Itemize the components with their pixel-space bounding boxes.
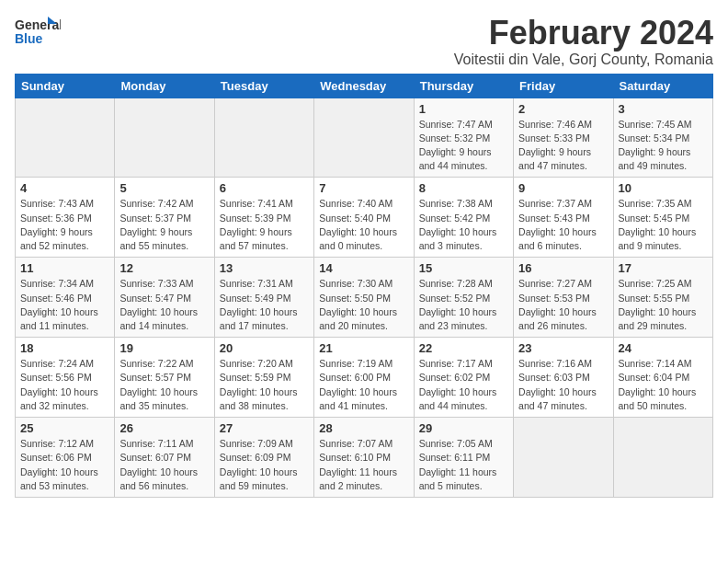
calendar-cell: 8Sunrise: 7:38 AM Sunset: 5:42 PM Daylig… [414, 178, 513, 258]
calendar-cell: 20Sunrise: 7:20 AM Sunset: 5:59 PM Dayli… [214, 338, 313, 418]
day-info: Sunrise: 7:34 AM Sunset: 5:46 PM Dayligh… [20, 277, 109, 333]
calendar-cell: 22Sunrise: 7:17 AM Sunset: 6:02 PM Dayli… [414, 338, 513, 418]
logo: GeneralBlue [15, 15, 61, 50]
day-number: 26 [119, 421, 209, 435]
weekday-header-wednesday: Wednesday [314, 74, 414, 98]
calendar-week-row: 18Sunrise: 7:24 AM Sunset: 5:56 PM Dayli… [16, 338, 713, 418]
weekday-header-monday: Monday [115, 74, 214, 98]
day-number: 24 [619, 341, 708, 355]
calendar-cell: 15Sunrise: 7:28 AM Sunset: 5:52 PM Dayli… [414, 258, 513, 338]
calendar-cell: 10Sunrise: 7:35 AM Sunset: 5:45 PM Dayli… [613, 178, 712, 258]
day-number: 1 [419, 102, 508, 116]
calendar-cell: 27Sunrise: 7:09 AM Sunset: 6:09 PM Dayli… [214, 418, 313, 498]
day-number: 27 [220, 421, 309, 435]
calendar-cell [613, 418, 712, 498]
day-number: 10 [619, 181, 708, 195]
day-number: 29 [419, 421, 508, 435]
day-info: Sunrise: 7:27 AM Sunset: 5:53 PM Dayligh… [518, 277, 608, 333]
day-info: Sunrise: 7:09 AM Sunset: 6:09 PM Dayligh… [220, 437, 309, 493]
title-area: February 2024 Voitestii din Vale, Gorj C… [454, 15, 713, 68]
calendar-cell: 1Sunrise: 7:47 AM Sunset: 5:32 PM Daylig… [414, 98, 513, 178]
day-info: Sunrise: 7:31 AM Sunset: 5:49 PM Dayligh… [220, 277, 309, 333]
day-info: Sunrise: 7:17 AM Sunset: 6:02 PM Dayligh… [419, 357, 508, 413]
calendar-week-row: 11Sunrise: 7:34 AM Sunset: 5:46 PM Dayli… [16, 258, 713, 338]
day-number: 12 [119, 261, 209, 275]
weekday-header-thursday: Thursday [414, 74, 513, 98]
logo-svg: GeneralBlue [15, 15, 61, 50]
day-info: Sunrise: 7:12 AM Sunset: 6:06 PM Dayligh… [20, 437, 109, 493]
day-number: 15 [419, 261, 508, 275]
calendar-cell [314, 98, 414, 178]
calendar-cell: 11Sunrise: 7:34 AM Sunset: 5:46 PM Dayli… [16, 258, 115, 338]
day-number: 17 [619, 261, 708, 275]
day-info: Sunrise: 7:45 AM Sunset: 5:34 PM Dayligh… [619, 118, 708, 174]
calendar-week-row: 4Sunrise: 7:43 AM Sunset: 5:36 PM Daylig… [16, 178, 713, 258]
day-number: 8 [419, 181, 508, 195]
month-title: February 2024 [454, 15, 713, 52]
day-number: 21 [319, 341, 408, 355]
day-info: Sunrise: 7:47 AM Sunset: 5:32 PM Dayligh… [419, 118, 508, 174]
calendar-cell [514, 418, 613, 498]
calendar-cell: 29Sunrise: 7:05 AM Sunset: 6:11 PM Dayli… [414, 418, 513, 498]
day-info: Sunrise: 7:24 AM Sunset: 5:56 PM Dayligh… [20, 357, 109, 413]
calendar-cell [16, 98, 115, 178]
calendar-cell: 4Sunrise: 7:43 AM Sunset: 5:36 PM Daylig… [16, 178, 115, 258]
calendar-cell: 16Sunrise: 7:27 AM Sunset: 5:53 PM Dayli… [514, 258, 613, 338]
day-info: Sunrise: 7:25 AM Sunset: 5:55 PM Dayligh… [619, 277, 708, 333]
day-number: 5 [119, 181, 209, 195]
day-info: Sunrise: 7:38 AM Sunset: 5:42 PM Dayligh… [419, 197, 508, 253]
day-number: 2 [518, 102, 608, 116]
day-number: 19 [119, 341, 209, 355]
day-number: 11 [20, 261, 109, 275]
calendar-cell: 2Sunrise: 7:46 AM Sunset: 5:33 PM Daylig… [514, 98, 613, 178]
day-number: 7 [319, 181, 408, 195]
location-title: Voitestii din Vale, Gorj County, Romania [454, 52, 713, 68]
day-number: 14 [319, 261, 408, 275]
calendar-cell: 12Sunrise: 7:33 AM Sunset: 5:47 PM Dayli… [115, 258, 214, 338]
day-info: Sunrise: 7:28 AM Sunset: 5:52 PM Dayligh… [419, 277, 508, 333]
calendar-cell: 17Sunrise: 7:25 AM Sunset: 5:55 PM Dayli… [613, 258, 712, 338]
weekday-header-friday: Friday [514, 74, 613, 98]
day-number: 22 [419, 341, 508, 355]
day-number: 25 [20, 421, 109, 435]
calendar-cell [214, 98, 313, 178]
day-info: Sunrise: 7:14 AM Sunset: 6:04 PM Dayligh… [619, 357, 708, 413]
day-number: 6 [220, 181, 309, 195]
weekday-header-row: SundayMondayTuesdayWednesdayThursdayFrid… [16, 74, 713, 98]
calendar-cell: 19Sunrise: 7:22 AM Sunset: 5:57 PM Dayli… [115, 338, 214, 418]
day-info: Sunrise: 7:16 AM Sunset: 6:03 PM Dayligh… [518, 357, 608, 413]
calendar-cell [115, 98, 214, 178]
day-info: Sunrise: 7:43 AM Sunset: 5:36 PM Dayligh… [20, 197, 109, 253]
calendar-cell: 28Sunrise: 7:07 AM Sunset: 6:10 PM Dayli… [314, 418, 414, 498]
calendar-cell: 26Sunrise: 7:11 AM Sunset: 6:07 PM Dayli… [115, 418, 214, 498]
calendar-week-row: 1Sunrise: 7:47 AM Sunset: 5:32 PM Daylig… [16, 98, 713, 178]
day-number: 20 [220, 341, 309, 355]
weekday-header-saturday: Saturday [613, 74, 712, 98]
calendar-week-row: 25Sunrise: 7:12 AM Sunset: 6:06 PM Dayli… [16, 418, 713, 498]
calendar-cell: 18Sunrise: 7:24 AM Sunset: 5:56 PM Dayli… [16, 338, 115, 418]
calendar-cell: 23Sunrise: 7:16 AM Sunset: 6:03 PM Dayli… [514, 338, 613, 418]
day-info: Sunrise: 7:22 AM Sunset: 5:57 PM Dayligh… [119, 357, 209, 413]
svg-text:Blue: Blue [15, 31, 43, 46]
calendar-table: SundayMondayTuesdayWednesdayThursdayFrid… [15, 74, 713, 498]
calendar-cell: 6Sunrise: 7:41 AM Sunset: 5:39 PM Daylig… [214, 178, 313, 258]
day-info: Sunrise: 7:46 AM Sunset: 5:33 PM Dayligh… [518, 118, 608, 174]
calendar-cell: 14Sunrise: 7:30 AM Sunset: 5:50 PM Dayli… [314, 258, 414, 338]
day-number: 23 [518, 341, 608, 355]
day-info: Sunrise: 7:05 AM Sunset: 6:11 PM Dayligh… [419, 437, 508, 493]
calendar-cell: 13Sunrise: 7:31 AM Sunset: 5:49 PM Dayli… [214, 258, 313, 338]
day-info: Sunrise: 7:19 AM Sunset: 6:00 PM Dayligh… [319, 357, 408, 413]
day-number: 13 [220, 261, 309, 275]
day-info: Sunrise: 7:37 AM Sunset: 5:43 PM Dayligh… [518, 197, 608, 253]
calendar-cell: 3Sunrise: 7:45 AM Sunset: 5:34 PM Daylig… [613, 98, 712, 178]
day-info: Sunrise: 7:07 AM Sunset: 6:10 PM Dayligh… [319, 437, 408, 493]
day-number: 16 [518, 261, 608, 275]
day-info: Sunrise: 7:11 AM Sunset: 6:07 PM Dayligh… [119, 437, 209, 493]
calendar-cell: 7Sunrise: 7:40 AM Sunset: 5:40 PM Daylig… [314, 178, 414, 258]
weekday-header-tuesday: Tuesday [214, 74, 313, 98]
calendar-cell: 24Sunrise: 7:14 AM Sunset: 6:04 PM Dayli… [613, 338, 712, 418]
calendar-cell: 9Sunrise: 7:37 AM Sunset: 5:43 PM Daylig… [514, 178, 613, 258]
day-info: Sunrise: 7:20 AM Sunset: 5:59 PM Dayligh… [220, 357, 309, 413]
day-number: 9 [518, 181, 608, 195]
weekday-header-sunday: Sunday [16, 74, 115, 98]
